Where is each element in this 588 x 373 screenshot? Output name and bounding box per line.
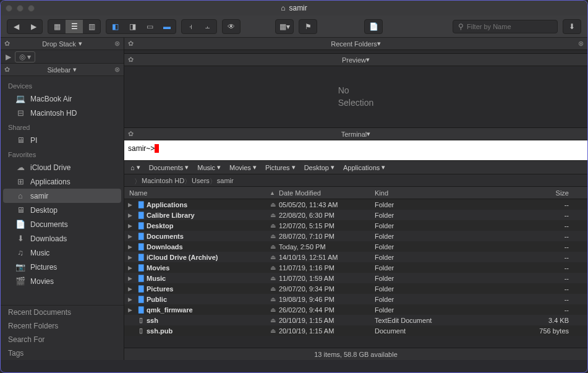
disclosure-icon[interactable]: ▶	[124, 275, 135, 281]
eject-icon[interactable]: ⏏	[270, 296, 279, 302]
eject-icon[interactable]: ⏏	[270, 201, 279, 208]
file-row[interactable]: ▶ ▇ Applications ⏏ 05/05/20, 11:43 AM Fo…	[124, 199, 587, 210]
file-row[interactable]: ▶ ▇ Calibre Library ⏏ 22/08/20, 6:30 PM …	[124, 210, 587, 220]
eject-icon[interactable]: ⏏	[270, 254, 279, 260]
disclosure-icon[interactable]: ▶	[124, 265, 135, 271]
zoom-window-button[interactable]	[28, 5, 35, 12]
sidebar-item[interactable]: ⊞Applications	[1, 174, 124, 189]
file-row[interactable]: ▶ ▇ Movies ⏏ 11/07/19, 1:16 PM Folder --	[124, 262, 587, 273]
sidebar-item[interactable]: ⌂samir	[3, 189, 121, 203]
sidebar-item[interactable]: 📄Documents	[1, 217, 124, 231]
pathbar-item[interactable]: Documents▾	[149, 163, 189, 171]
dual-2-button[interactable]: ⫠	[199, 20, 216, 33]
gear-icon[interactable]: ✿	[4, 40, 10, 48]
eject-icon[interactable]: ⏏	[270, 243, 279, 250]
disclosure-icon[interactable]: ▶	[124, 286, 135, 292]
disclosure-icon[interactable]: ▶	[124, 223, 135, 229]
dual-1-button[interactable]: ⫞	[182, 20, 199, 33]
eject-icon[interactable]: ⏏	[270, 317, 279, 324]
sidebar-item[interactable]: 🖥PI	[1, 133, 124, 147]
sidebar-item[interactable]: 💻MacBook Air	[1, 92, 124, 106]
pathbar-item[interactable]: Music▾	[197, 163, 221, 171]
icon-view-button[interactable]: ▦	[48, 20, 66, 33]
terminal-header[interactable]: ✿ Terminal ▾	[124, 128, 587, 140]
file-row[interactable]: ▶ ▇ iCloud Drive (Archive) ⏏ 14/10/19, 1…	[124, 252, 587, 262]
sidebar-item[interactable]: ☁iCloud Drive	[1, 160, 124, 174]
sidebar-item[interactable]: ⊟Macintosh HD	[1, 106, 124, 120]
column-kind[interactable]: Kind	[375, 189, 498, 197]
search-input[interactable]	[467, 23, 552, 30]
column-size[interactable]: Size	[498, 189, 587, 197]
gear-icon[interactable]: ✿	[128, 130, 134, 138]
column-name[interactable]: Name▲	[124, 189, 279, 197]
file-row[interactable]: ▶ ▇ qmk_firmware ⏏ 26/02/20, 9:44 PM Fol…	[124, 304, 587, 315]
file-row[interactable]: ▯ ssh.pub ⏏ 20/10/19, 1:15 AM Document 7…	[124, 325, 587, 336]
close-icon[interactable]: ⊗	[114, 66, 120, 74]
pathbar-item[interactable]: Pictures▾	[265, 163, 296, 171]
disclosure-icon[interactable]: ▶	[124, 233, 135, 239]
pathbar-item[interactable]: Desktop▾	[304, 163, 334, 171]
file-row[interactable]: ▯ ssh ⏏ 20/10/19, 1:15 AM TextEdit Docum…	[124, 315, 587, 325]
pane-2-button[interactable]: ◨	[124, 20, 141, 33]
dropstack-header[interactable]: ✿ Drop Stack ▾ ⊗	[1, 38, 124, 50]
gear-icon[interactable]: ✿	[128, 56, 134, 64]
target-button[interactable]: ◎ ▾	[15, 51, 35, 62]
disclosure-icon[interactable]: ▶	[124, 254, 135, 260]
list-view-button[interactable]: ☰	[66, 20, 83, 33]
back-button[interactable]: ◀	[7, 20, 25, 33]
forward-button[interactable]: ▶	[25, 20, 42, 33]
disclosure-icon[interactable]: ▶	[124, 307, 135, 313]
sidebar-header[interactable]: ✿ Sidebar ▾ ⊗	[1, 64, 124, 76]
sidebar-item[interactable]: ♫Music	[1, 246, 124, 260]
preview-header[interactable]: ✿ Preview ▾	[124, 54, 587, 66]
sidebar-item[interactable]: ⬇Downloads	[1, 231, 124, 246]
disclosure-icon[interactable]: ▶	[124, 212, 135, 218]
disclosure-icon[interactable]: ▶	[124, 202, 135, 208]
search-field[interactable]: ⚲	[453, 20, 558, 33]
new-doc-button[interactable]: 📄	[365, 20, 382, 33]
eject-icon[interactable]: ⏏	[270, 327, 279, 334]
pathbar-home[interactable]: ⌂▾	[130, 163, 140, 171]
download-button[interactable]: ⬇	[563, 20, 581, 33]
pane-1-button[interactable]: ◧	[106, 20, 124, 33]
pane-3-button[interactable]: ▭	[141, 20, 158, 33]
minimize-window-button[interactable]	[17, 5, 23, 12]
pathbar-item[interactable]: Movies▾	[229, 163, 257, 171]
disclosure-icon[interactable]: ▶	[124, 244, 135, 250]
action-button[interactable]: ⚑	[299, 20, 317, 33]
play-icon[interactable]: ▶	[6, 53, 11, 61]
sidebar-footer-item[interactable]: Tags	[1, 346, 124, 360]
eject-icon[interactable]: ⏏	[270, 285, 279, 292]
eject-icon[interactable]: ⏏	[270, 264, 279, 271]
eject-icon[interactable]: ⏏	[270, 222, 279, 229]
sidebar-footer-item[interactable]: Recent Documents	[1, 306, 124, 319]
breadcrumb-segment[interactable]: Macintosh HD	[138, 177, 188, 184]
file-row[interactable]: ▶ ▇ Documents ⏏ 28/07/20, 7:10 PM Folder…	[124, 231, 587, 241]
close-icon[interactable]: ⊗	[578, 40, 584, 48]
file-row[interactable]: ▶ ▇ Public ⏏ 19/08/19, 9:46 PM Folder --	[124, 294, 587, 304]
file-row[interactable]: ▶ ▇ Pictures ⏏ 29/07/20, 9:34 PM Folder …	[124, 283, 587, 294]
pathbar-item[interactable]: Applications▾	[343, 163, 385, 171]
file-row[interactable]: ▶ ▇ Music ⏏ 11/07/20, 1:59 AM Folder --	[124, 273, 587, 283]
file-row[interactable]: ▶ ▇ Desktop ⏏ 12/07/20, 5:15 PM Folder -…	[124, 220, 587, 231]
gear-icon[interactable]: ✿	[128, 40, 134, 48]
arrange-button[interactable]: ▦▾	[276, 20, 293, 33]
sidebar-item[interactable]: 📷Pictures	[1, 260, 124, 274]
sidebar-item[interactable]: 🖥Desktop	[1, 203, 124, 217]
terminal-body[interactable]: samir~>	[124, 140, 587, 160]
sidebar-footer-item[interactable]: Recent Folders	[1, 319, 124, 333]
disclosure-icon[interactable]: ▶	[124, 296, 135, 302]
sidebar-item[interactable]: 🎬Movies	[1, 274, 124, 288]
sidebar-footer-item[interactable]: Search For	[1, 333, 124, 346]
recent-folders-header[interactable]: ✿ Recent Folders ▾ ⊗	[124, 38, 587, 50]
eject-icon[interactable]: ⏏	[270, 212, 279, 218]
column-view-button[interactable]: ▥	[83, 20, 100, 33]
pane-4-button[interactable]: ▬	[158, 20, 176, 33]
breadcrumb-segment[interactable]: samir	[213, 177, 237, 184]
column-date[interactable]: Date Modified	[279, 189, 375, 197]
eject-icon[interactable]: ⏏	[270, 275, 279, 281]
close-window-button[interactable]	[6, 5, 12, 12]
close-icon[interactable]: ⊗	[114, 40, 120, 48]
eject-icon[interactable]: ⏏	[270, 306, 279, 313]
quicklook-button[interactable]: 👁	[223, 20, 240, 33]
